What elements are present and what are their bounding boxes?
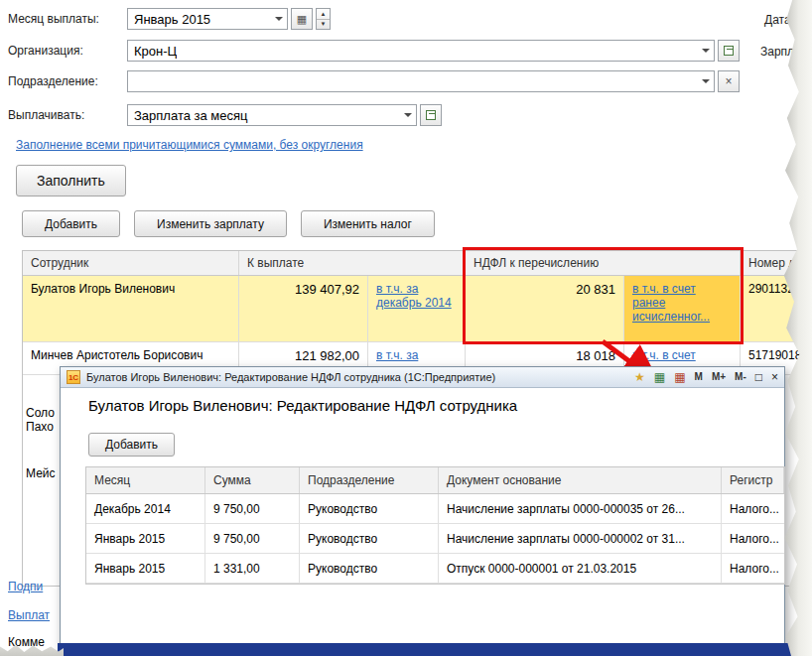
payout-link-fragment[interactable]: Выплат xyxy=(8,608,50,622)
table-toolbar: Добавить Изменить зарплату Изменить нало… xyxy=(22,210,435,237)
payout-label: Выплачивать: xyxy=(8,108,127,122)
department-cell[interactable]: Руководство xyxy=(300,524,439,553)
column-header-sum[interactable]: Сумма xyxy=(205,467,300,493)
payout-value: Зарплата за месяц xyxy=(134,108,248,123)
right-edge-cut-label: Зарпл xyxy=(760,45,794,59)
dialog-heading: Булатов Игорь Виленович: Редактирование … xyxy=(88,397,517,414)
organization-input[interactable]: Крон-Ц xyxy=(127,40,715,62)
calendar-button[interactable]: ▦ xyxy=(291,8,313,30)
organization-value: Крон-Ц xyxy=(134,44,177,59)
month-cell[interactable]: Январь 2015 xyxy=(86,524,205,553)
column-header-payout[interactable]: К выплате xyxy=(239,251,466,275)
ndfl-note-link[interactable]: в т.ч. в счет ранее исчисленног... xyxy=(632,282,710,324)
column-header-month[interactable]: Месяц xyxy=(86,467,205,493)
ndfl-table-header: Месяц Сумма Подразделение Документ основ… xyxy=(86,467,784,494)
chevron-down-icon xyxy=(404,113,412,117)
table-row[interactable]: Январь 2015 9 750,00 Руководство Начисле… xyxy=(86,524,784,554)
document-cell[interactable]: Начисление зарплаты 0000-000002 от 31... xyxy=(439,524,722,553)
department-clear-button[interactable]: × xyxy=(718,70,740,92)
calendar-icon: ▦ xyxy=(297,13,307,26)
table-row[interactable]: Январь 2015 1 331,00 Руководство Отпуск … xyxy=(86,554,784,584)
dialog-title: Булатов Игорь Виленович: Редактирование … xyxy=(86,371,628,383)
payout-note-cell[interactable]: в т.ч. за декабрь 2014 xyxy=(368,276,466,341)
month-field-row: Месяц выплаты: Январь 2015 ▦ ▲ ▼ xyxy=(8,8,331,30)
registrar-cell[interactable]: Налого... xyxy=(722,494,784,523)
hidden-row-fragment: Пахо xyxy=(26,420,54,434)
grid-icon[interactable]: ▦ xyxy=(654,371,665,383)
payout-open-button[interactable] xyxy=(420,104,442,126)
add-row-button[interactable]: Добавить xyxy=(22,210,120,237)
ndfl-edit-dialog: 1С Булатов Игорь Виленович: Редактирован… xyxy=(60,366,785,656)
department-label: Подразделение: xyxy=(8,74,127,88)
sum-cell[interactable]: 9 750,00 xyxy=(205,494,300,523)
table-row[interactable]: Декабрь 2014 9 750,00 Руководство Начисл… xyxy=(86,494,784,524)
sum-cell[interactable]: 1 331,00 xyxy=(205,554,300,583)
organization-field-row: Организация: Крон-Ц xyxy=(8,40,740,62)
change-tax-button[interactable]: Изменить налог xyxy=(301,210,435,237)
payout-amount-cell[interactable]: 139 407,92 xyxy=(239,276,368,341)
restore-window-button[interactable]: □ xyxy=(755,371,762,383)
employee-name-cell[interactable]: Булатов Игорь Виленович xyxy=(23,276,239,341)
column-header-document[interactable]: Документ основание xyxy=(439,467,722,493)
ndfl-note-link[interactable]: в т.ч. в счет xyxy=(632,348,696,362)
payout-field-row: Выплачивать: Зарплата за месяц xyxy=(8,104,442,126)
spinner-up-icon[interactable]: ▲ xyxy=(317,9,330,19)
dialog-titlebar-icons: ★ ▦ ▦ M M+ M- □ × xyxy=(634,371,778,383)
registrar-cell[interactable]: Налого... xyxy=(722,554,784,583)
document-cell[interactable]: Отпуск 0000-000001 от 21.03.2015 xyxy=(439,554,722,583)
registrar-cell[interactable]: Налого... xyxy=(722,524,784,553)
department-dropdown-button[interactable] xyxy=(697,71,714,91)
department-field-row: Подразделение: × xyxy=(8,70,740,92)
spinner-down-icon[interactable]: ▼ xyxy=(317,19,330,30)
payout-input[interactable]: Зарплата за месяц xyxy=(127,104,417,126)
column-header-registrar[interactable]: Регистр xyxy=(722,467,784,493)
open-icon xyxy=(724,46,734,56)
month-input[interactable]: Январь 2015 xyxy=(127,8,288,30)
1c-app-icon: 1С xyxy=(67,370,80,384)
chevron-down-icon xyxy=(702,79,710,83)
organization-label: Организация: xyxy=(8,44,127,58)
change-salary-button[interactable]: Изменить зарплату xyxy=(134,210,287,237)
column-header-ndfl[interactable]: НДФЛ к перечислению xyxy=(466,251,741,275)
fill-button[interactable]: Заполнить xyxy=(16,165,126,197)
dialog-titlebar[interactable]: 1С Булатов Игорь Виленович: Редактирован… xyxy=(61,367,784,388)
screen-root: Месяц выплаты: Январь 2015 ▦ ▲ ▼ Дата: О… xyxy=(0,0,812,656)
signatures-link-fragment[interactable]: Подпи xyxy=(8,580,43,593)
calendar-small-icon[interactable]: ▦ xyxy=(674,371,685,383)
month-cell[interactable]: Декабрь 2014 xyxy=(86,494,205,523)
department-cell[interactable]: Руководство xyxy=(300,554,439,583)
ndfl-amount-cell[interactable]: 20 831 xyxy=(466,276,624,341)
table-row[interactable]: Булатов Игорь Виленович 139 407,92 в т.ч… xyxy=(23,276,811,342)
clear-x-icon: × xyxy=(725,74,732,88)
ndfl-note-cell[interactable]: в т.ч. в счет ранее исчисленног... xyxy=(624,276,741,341)
fill-all-sums-link[interactable]: Заполнение всеми причитающимися суммами,… xyxy=(16,138,363,152)
employees-table-header: Сотрудник К выплате НДФЛ к перечислению … xyxy=(23,251,811,276)
organization-dropdown-button[interactable] xyxy=(697,41,714,61)
organization-open-button[interactable] xyxy=(718,40,740,62)
memory-m-plus-button[interactable]: M+ xyxy=(712,372,726,382)
column-header-department[interactable]: Подразделение xyxy=(300,467,439,493)
hidden-row-fragment: Мейс xyxy=(26,466,56,480)
memory-m-button[interactable]: M xyxy=(695,372,703,382)
favorites-star-icon[interactable]: ★ xyxy=(634,371,645,383)
month-value: Январь 2015 xyxy=(134,12,210,27)
month-label: Месяц выплаты: xyxy=(8,12,127,26)
payout-dropdown-button[interactable] xyxy=(399,105,416,125)
sum-cell[interactable]: 9 750,00 xyxy=(205,524,300,553)
month-dropdown-button[interactable] xyxy=(270,9,287,29)
open-icon xyxy=(426,110,436,120)
document-cell[interactable]: Начисление зарплаты 0000-000035 от 26... xyxy=(439,494,722,523)
memory-m-minus-button[interactable]: M- xyxy=(735,372,746,382)
taskbar-strip xyxy=(58,643,812,656)
dialog-add-button[interactable]: Добавить xyxy=(88,433,175,457)
payout-note-link[interactable]: в т.ч. за декабрь 2014 xyxy=(376,282,452,310)
payout-note-link[interactable]: в т.ч. за xyxy=(376,348,418,362)
column-header-employee[interactable]: Сотрудник xyxy=(23,251,239,275)
close-window-button[interactable]: × xyxy=(771,371,778,383)
department-input[interactable] xyxy=(127,70,715,92)
chevron-down-icon xyxy=(702,49,710,53)
hidden-row-fragment: Соло xyxy=(26,406,55,420)
chevron-down-icon xyxy=(275,17,283,21)
department-cell[interactable]: Руководство xyxy=(300,494,439,523)
month-cell[interactable]: Январь 2015 xyxy=(86,554,205,583)
